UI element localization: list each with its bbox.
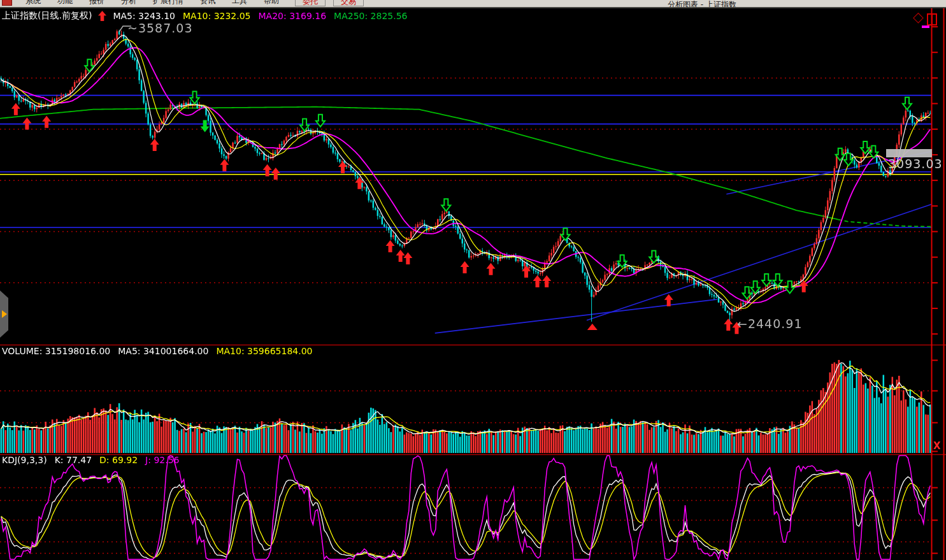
volume-pane-header: VOLUME: 315198016.00 MA5: 341001664.00 M… [2,346,312,356]
ma10-value: MA10: 3232.05 [183,11,251,21]
menu-item-order[interactable]: 委托 [295,0,326,6]
kdj-title: KDJ(9,3,3) [2,455,47,465]
high-price-label: ~3587.03 [127,21,193,35]
menu-item-trade[interactable]: 交易 [333,0,364,6]
kdj-j-value: J: 92.56 [145,455,179,465]
kdj-pane-header: KDJ(9,3,3) K: 77.47 D: 69.92 J: 92.56 [2,455,179,465]
volume-ma5-value: MA5: 341001664.00 [118,346,208,356]
up-arrow-icon [98,11,106,21]
menu-item-news[interactable]: 资讯 [192,0,224,5]
volume-ma10-value: MA10: 359665184.00 [216,346,312,356]
chart-title: 上证指数(日线.前复权) [2,10,92,22]
menu-item-quotes[interactable]: 报价 [81,0,113,5]
kdj-k-value: K: 77.47 [55,455,92,465]
flyout-arrow-icon [2,310,7,318]
diamond-icon[interactable]: ◇ [913,9,924,25]
menu-item-extended[interactable]: 扩展行情 [145,0,192,5]
magenta-dash [922,25,929,28]
main-pane-header: 上证指数(日线.前复权) MA5: 3243.10 MA10: 3232.05 … [2,10,408,22]
menu-bar: 系统 功能 报价 分析 扩展行情 资讯 工具 帮助 委托 交易 分析图表 - 上… [0,0,946,8]
sidebar-flyout-handle[interactable] [0,291,8,338]
ma20-value: MA20: 3169.16 [259,11,327,21]
window-caption: 分析图表 - 上证指数 [668,0,736,8]
menu-item-system[interactable]: 系统 [17,0,49,5]
low-price-label: ←2440.91 [737,317,803,331]
app-icon[interactable] [2,0,12,6]
menu-item-analysis[interactable]: 分析 [113,0,145,5]
menu-item-tools[interactable]: 工具 [224,0,255,5]
volume-value: VOLUME: 315198016.00 [2,346,110,356]
window-restore-icon[interactable] [927,13,937,25]
pane-close-button[interactable]: X [933,440,941,452]
ma250-value: MA250: 2825.56 [334,11,407,21]
ma5-value: MA5: 3243.10 [113,11,175,21]
kdj-d-value: D: 69.92 [99,455,138,465]
trading-terminal-window: 系统 功能 报价 分析 扩展行情 资讯 工具 帮助 委托 交易 分析图表 - 上… [0,0,946,560]
last-price-label: 3093.03 [888,157,943,171]
menu-item-function[interactable]: 功能 [49,0,81,5]
menu-item-help[interactable]: 帮助 [255,0,287,5]
chart-canvas[interactable] [0,0,946,560]
